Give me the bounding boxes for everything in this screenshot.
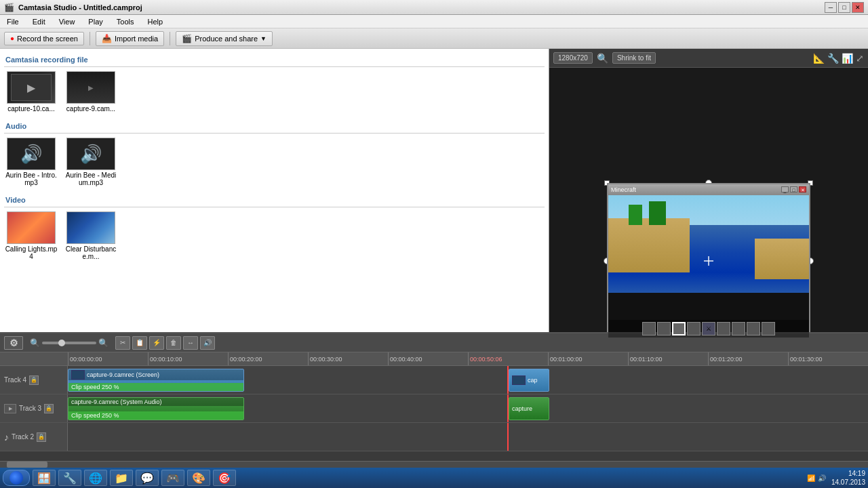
clip-audio[interactable]: capture-9.camrec (System Audio) Clip spe… [68, 397, 244, 420]
audio-section-label: Audio [4, 119, 545, 134]
taskbar-app-record[interactable]: 🎯 [213, 470, 236, 486]
aurin-medium-label: Aurin Bee - Medium.mp3 [64, 171, 118, 186]
menu-bar: File Edit View Play Tools Help [0, 15, 868, 28]
windows-icon: 🪟 [37, 472, 51, 485]
taskbar-app-files[interactable]: 📁 [110, 470, 133, 486]
video-grid: Calling Lights.mp4 Clear Disturbance.m..… [4, 211, 545, 260]
extend-button[interactable]: ↔ [183, 336, 198, 350]
clip-screen-right[interactable]: cap [509, 369, 549, 392]
hud-slot-2 [657, 322, 671, 336]
capture10-label: capture-10.ca... [7, 105, 54, 113]
clip-right-thumb [512, 375, 526, 385]
settings-icon: 🔧 [63, 472, 77, 485]
files-icon: 📁 [115, 472, 128, 485]
list-item[interactable]: Calling Lights.mp4 [4, 211, 58, 260]
clip-screen-title: capture-9.camrec (Screen) [87, 371, 159, 378]
list-item[interactable]: ▶ capture-10.ca... [4, 71, 58, 113]
browser-icon: 🌐 [89, 472, 102, 485]
toolbar-separator-1 [90, 32, 90, 45]
list-item[interactable]: 🔊 Aurin Bee - Medium.mp3 [64, 138, 118, 186]
recording-grid: ▶ capture-10.ca... ▶ capture-9.cam... [4, 71, 545, 113]
audio-grid: 🔊 Aurin Bee - Intro.mp3 🔊 Aurin Bee - Me… [4, 138, 545, 186]
taskbar-app-settings[interactable]: 🔧 [58, 470, 81, 486]
track-3-lock[interactable]: 🔒 [44, 404, 54, 413]
clear-disturbance-label: Clear Disturbance.m... [64, 245, 118, 260]
hud-slot-8 [747, 322, 760, 336]
list-item[interactable]: ▶ capture-9.cam... [64, 71, 118, 113]
terrain-right [755, 239, 809, 279]
zoom-in-icon[interactable]: 🔍 [98, 338, 108, 348]
preview-toolbar: 868x488 🔍 Shrink to fit 📐 🔧 📊 ⤢ [549, 49, 868, 68]
menu-edit[interactable]: Edit [28, 16, 50, 27]
clip-audio-right-label: capture [512, 405, 532, 412]
prev-icon-4: ⤢ [856, 53, 864, 64]
record-screen-button[interactable]: ● Record the screen [4, 32, 84, 45]
zoom-out-icon[interactable]: 🔍 [30, 338, 40, 348]
hud-slot-1 [642, 322, 656, 336]
paint-icon: 🎨 [192, 472, 205, 485]
system-icons: 📶 🔊 [807, 474, 826, 482]
list-item[interactable]: 🔊 Aurin Bee - Intro.mp3 [4, 138, 58, 186]
recording-section-label: Camtasia recording file [4, 53, 545, 67]
resolution-display: 868x488 [553, 52, 593, 64]
track-4-row: Track 4 🔒 capture-9.camrec (Screen) Clip… [0, 366, 868, 394]
track-2-lock[interactable]: 🔒 [37, 432, 46, 442]
track-2-body[interactable] [68, 423, 868, 451]
taskbar-app-paint[interactable]: 🎨 [187, 470, 210, 486]
time-ruler: 00:00:00:00 00:00:10:00 00:00:20:00 00:0… [0, 352, 868, 366]
produce-share-button[interactable]: 🎬 Produce and share ▼ [176, 31, 273, 46]
track-2-header: ♪ Track 2 🔒 [0, 423, 68, 451]
fit-dropdown[interactable]: Shrink to fit [612, 52, 656, 64]
preview-frame-container: Minecraft _ □ ✕ [607, 183, 810, 339]
playhead-line-t4 [507, 366, 509, 394]
close-button[interactable]: ✕ [852, 2, 864, 13]
menu-help[interactable]: Help [143, 16, 167, 27]
hud-slot-6 [717, 322, 730, 336]
clip-screen-speed: Clip speed 250 % [68, 383, 243, 391]
split-button[interactable]: ⚡ [149, 336, 164, 350]
taskbar-app-windows[interactable]: 🪟 [33, 470, 56, 486]
menu-play[interactable]: Play [84, 16, 106, 27]
add-track-button[interactable]: ⚙ [4, 336, 23, 350]
detach-audio-button[interactable]: 🔊 [200, 336, 215, 350]
preview-search-icon[interactable]: 🔍 [597, 53, 608, 64]
tracks-container: Track 4 🔒 capture-9.camrec (Screen) Clip… [0, 366, 868, 461]
delete-button[interactable]: 🗑 [166, 336, 181, 350]
track-4-body[interactable]: capture-9.camrec (Screen) Clip speed 250… [68, 366, 868, 394]
import-media-button[interactable]: 📥 Import media [96, 31, 164, 46]
track-3-body[interactable]: capture-9.camrec (System Audio) Clip spe… [68, 394, 868, 422]
minimize-button[interactable]: ─ [825, 2, 837, 13]
menu-file[interactable]: File [3, 16, 23, 27]
start-button[interactable] [3, 470, 30, 486]
copy-button[interactable]: 📋 [132, 336, 147, 350]
scrollbar-thumb[interactable] [7, 462, 47, 468]
mc-window-controls: _ □ ✕ [781, 186, 806, 192]
taskbar-app-browser[interactable]: 🌐 [84, 470, 107, 486]
maximize-button[interactable]: □ [838, 2, 850, 13]
menu-view[interactable]: View [55, 16, 79, 27]
hud-slot-9 [762, 322, 775, 336]
window-controls: ─ □ ✕ [825, 2, 864, 13]
clip-screen[interactable]: capture-9.camrec (Screen) Clip speed 250… [68, 369, 244, 392]
list-item[interactable]: Clear Disturbance.m... [64, 211, 118, 260]
volume-icon: 🔊 [818, 474, 826, 482]
cut-button[interactable]: ✂ [115, 336, 130, 350]
tree-2 [649, 201, 666, 225]
clock: 14:19 14.07.2013 [831, 469, 865, 487]
taskbar-right: 📶 🔊 14:19 14.07.2013 [807, 469, 865, 487]
prev-icon-1: 📐 [813, 53, 825, 64]
track-4-lock[interactable]: 🔒 [29, 375, 39, 385]
timeline-scrollbar[interactable] [0, 461, 868, 468]
ruler-mark-1: 00:00:10:00 [148, 352, 228, 365]
toolbar-separator-2 [170, 32, 170, 45]
taskbar-app-game[interactable]: 🎮 [161, 470, 184, 486]
taskbar-app-chat[interactable]: 💬 [136, 470, 159, 486]
zoom-thumb[interactable] [58, 340, 65, 346]
track-2-label: Track 2 [12, 433, 34, 441]
playhead-line-t2 [507, 423, 509, 451]
clip-audio-right[interactable]: capture [509, 397, 549, 420]
menu-tools[interactable]: Tools [113, 16, 138, 27]
clip-audio-title: capture-9.camrec (System Audio) [71, 399, 162, 405]
mc-maximize: □ [790, 186, 797, 192]
zoom-slider[interactable] [42, 342, 96, 344]
